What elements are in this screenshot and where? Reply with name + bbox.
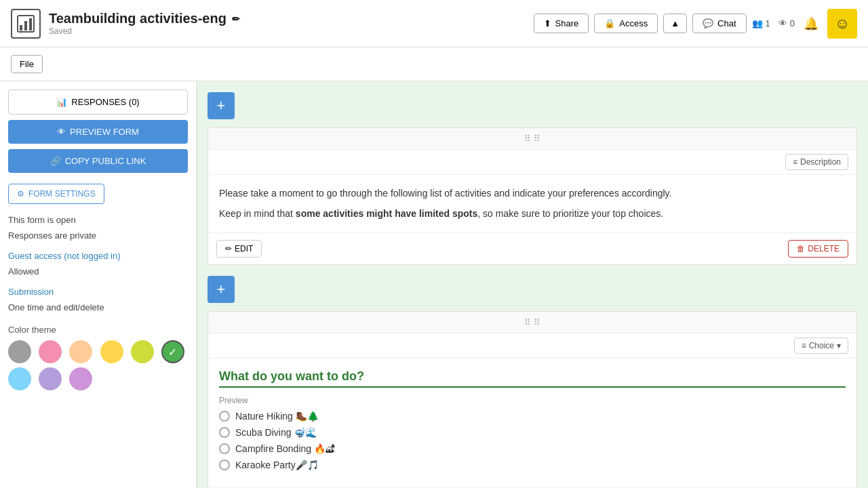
color-swatch-lime[interactable] [131, 340, 154, 363]
delete-trash-icon: 🗑 [797, 244, 805, 253]
color-swatch-lavender[interactable] [39, 367, 62, 390]
radio-circle [219, 443, 230, 454]
delete-label: DELETE [808, 244, 840, 253]
svg-rect-2 [24, 21, 27, 30]
app-header: Teambuilding activities-eng ✏ Saved ⬆ Sh… [0, 0, 868, 47]
description-line-1: Please take a moment to go through the f… [219, 186, 846, 201]
description-block-body: Please take a moment to go through the f… [208, 175, 856, 232]
description-block: ⠿ ⠿ ≡ Description Please take a moment t… [208, 127, 857, 265]
color-swatch-yellow[interactable] [100, 340, 123, 363]
color-swatch-peach[interactable] [69, 340, 92, 363]
users-stat: 👥 1 [752, 18, 770, 28]
preview-form-button[interactable]: 👁 PREVIEW FORM [8, 120, 188, 144]
submission-link[interactable]: Submission [8, 284, 188, 300]
choice-block-body: What do you want to do? Preview Nature H… [208, 359, 856, 487]
description-edit-button[interactable]: ✏ EDIT [216, 240, 262, 258]
form-status: This form is open [8, 212, 188, 228]
svg-rect-3 [29, 18, 32, 30]
submission-value: One time and edit/delete [8, 300, 188, 315]
copy-link-label: COPY PUBLIC LINK [65, 156, 146, 166]
color-swatch-green-selected[interactable]: ✓ [161, 340, 184, 363]
block-type-label: Description [800, 157, 841, 167]
responses-privacy: Responses are private [8, 228, 188, 243]
user-avatar[interactable]: ☺ [827, 9, 857, 39]
users-icon: 👥 [752, 18, 763, 28]
choice-type-icon: ≡ [802, 341, 806, 350]
collapse-icon: ▲ [671, 18, 679, 28]
link-icon: 🔗 [50, 156, 61, 166]
main-layout: 📊 RESPONSES (0) 👁 PREVIEW FORM 🔗 COPY PU… [0, 81, 868, 488]
color-swatch-light-blue[interactable] [8, 367, 31, 390]
radio-option[interactable]: Nature Hiking 🥾🌲 [219, 411, 846, 422]
choice-dropdown-icon: ▾ [837, 341, 841, 350]
share-label: Share [555, 18, 579, 28]
content-area: + ⠿ ⠿ ≡ Description Please take a moment… [197, 81, 868, 488]
description-footer: ✏ EDIT 🗑 DELETE [208, 232, 856, 264]
radio-option[interactable]: Scuba Diving 🤿🌊 [219, 427, 846, 438]
radio-option[interactable]: Karaoke Party🎤🎵 [219, 460, 846, 470]
add-block-button-2[interactable]: + [208, 276, 235, 303]
radio-option[interactable]: Campfire Bonding 🔥🏕 [219, 443, 846, 454]
color-theme-label: Color theme [8, 325, 188, 335]
choice-block: ⠿ ⠿ ≡ Choice ▾ What do you want to do? P… [208, 311, 857, 488]
title-text: Teambuilding activities-eng [49, 11, 226, 26]
title-area: Teambuilding activities-eng ✏ Saved [49, 11, 534, 36]
file-button[interactable]: File [11, 55, 43, 73]
header-actions: ⬆ Share 🔒 Access ▲ 💬 Chat 👥 1 👁 0 🔔 ☺ [534, 9, 857, 39]
form-settings-label: FORM SETTINGS [28, 189, 96, 199]
sidebar-info: This form is open Responses are private … [8, 212, 188, 315]
chart-icon: 📊 [56, 97, 67, 107]
block-type-choice[interactable]: ≡ Choice ▾ [794, 338, 848, 354]
views-icon: 👁 [778, 18, 787, 28]
copy-link-button[interactable]: 🔗 COPY PUBLIC LINK [8, 149, 188, 173]
preview-label: Preview [219, 396, 846, 405]
color-swatch-light-purple[interactable] [69, 367, 92, 390]
sidebar: 📊 RESPONSES (0) 👁 PREVIEW FORM 🔗 COPY PU… [0, 81, 197, 488]
preview-icon: 👁 [57, 127, 66, 137]
notifications-bell[interactable]: 🔔 [800, 13, 822, 35]
access-label: Access [619, 18, 648, 28]
choice-type-label: Choice [809, 341, 834, 350]
block-type-description[interactable]: ≡ Description [785, 154, 848, 170]
share-icon: ⬆ [544, 18, 551, 28]
question-title: What do you want to do? [219, 369, 846, 388]
share-button[interactable]: ⬆ Share [534, 14, 589, 33]
lock-icon: 🔒 [604, 18, 615, 28]
views-count: 0 [790, 18, 795, 28]
drag-handle-2[interactable]: ⠿ ⠿ [211, 314, 854, 330]
edit-title-icon[interactable]: ✏ [232, 14, 240, 24]
collapse-button[interactable]: ▲ [663, 14, 687, 33]
chat-label: Chat [717, 18, 736, 28]
add-block-button-1[interactable]: + [208, 92, 235, 119]
radio-circle [219, 427, 230, 438]
responses-button[interactable]: 📊 RESPONSES (0) [8, 89, 188, 115]
color-swatch-pink[interactable] [39, 340, 62, 363]
description-delete-button[interactable]: 🗑 DELETE [788, 240, 848, 258]
color-swatches: ✓ [8, 340, 188, 390]
choice-options: Nature Hiking 🥾🌲Scuba Diving 🤿🌊Campfire … [219, 411, 846, 470]
file-label: File [20, 59, 34, 69]
edit-label: EDIT [235, 244, 253, 253]
chat-button[interactable]: 💬 Chat [692, 14, 746, 33]
color-swatch-gray[interactable] [8, 340, 31, 363]
preview-label: PREVIEW FORM [70, 127, 139, 137]
option-text: Nature Hiking 🥾🌲 [235, 411, 319, 422]
svg-rect-1 [20, 25, 22, 30]
radio-circle [219, 411, 230, 422]
option-text: Scuba Diving 🤿🌊 [235, 427, 317, 438]
description-type-icon: ≡ [793, 157, 797, 167]
option-text: Campfire Bonding 🔥🏕 [235, 443, 335, 454]
settings-icon: ⚙ [17, 189, 24, 199]
saved-status: Saved [49, 26, 534, 36]
form-settings-button[interactable]: ⚙ FORM SETTINGS [8, 184, 104, 204]
chat-icon: 💬 [703, 18, 713, 28]
swatch-check-icon: ✓ [168, 346, 177, 359]
guest-access-link[interactable]: Guest access (not logged in) [8, 248, 188, 264]
responses-label: RESPONSES (0) [71, 97, 139, 107]
drag-handle-1[interactable]: ⠿ ⠿ [211, 131, 854, 146]
document-title: Teambuilding activities-eng ✏ [49, 11, 534, 26]
users-count: 1 [766, 18, 770, 28]
access-button[interactable]: 🔒 Access [594, 14, 658, 33]
guest-access-value: Allowed [8, 264, 188, 279]
views-stat: 👁 0 [778, 18, 795, 28]
